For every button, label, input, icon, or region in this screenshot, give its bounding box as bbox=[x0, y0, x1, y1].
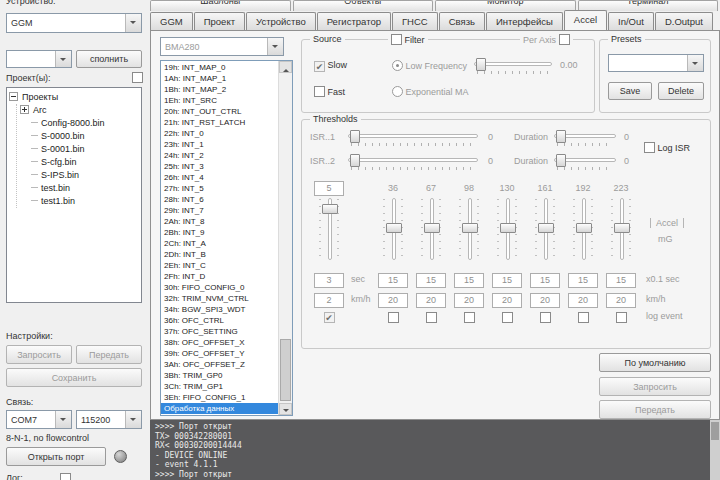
low-frequency-radio[interactable] bbox=[392, 60, 403, 71]
fast-checkbox[interactable] bbox=[314, 86, 325, 97]
chevron-down-icon[interactable] bbox=[125, 411, 141, 428]
duration1-slider[interactable] bbox=[554, 129, 616, 147]
tree-item[interactable]: S-cfg.bin bbox=[17, 156, 139, 169]
chevron-down-icon[interactable] bbox=[125, 14, 141, 32]
log-event-checkbox[interactable] bbox=[616, 312, 627, 323]
slider-thumb[interactable] bbox=[614, 223, 630, 233]
register-item[interactable]: 36h: OFC_CTRL bbox=[161, 315, 279, 326]
time-value-box[interactable]: 15 bbox=[606, 273, 636, 288]
tab-link[interactable]: Связь bbox=[439, 12, 485, 30]
per-axis-row[interactable]: Per Axis bbox=[520, 34, 573, 45]
chevron-down-icon[interactable] bbox=[267, 38, 283, 55]
tab-templates[interactable]: Шаблоны bbox=[150, 0, 291, 11]
speed-value-box[interactable]: 20 bbox=[454, 293, 484, 308]
time-value-box[interactable]: 15 bbox=[530, 273, 560, 288]
scrollbar-thumb[interactable] bbox=[711, 422, 719, 440]
tree-item[interactable]: test1.bin bbox=[17, 195, 139, 208]
register-item[interactable]: 25h: INT_3 bbox=[161, 161, 279, 172]
tab-inout[interactable]: In/Out bbox=[608, 12, 654, 30]
tree-item[interactable]: test.bin bbox=[17, 182, 139, 195]
chevron-down-icon[interactable] bbox=[55, 51, 71, 67]
register-item[interactable]: 32h: TRIM_NVM_CTRL bbox=[161, 293, 279, 304]
preset-save-button[interactable]: Save bbox=[608, 82, 652, 100]
register-item[interactable]: 1Ah: INT_MAP_1 bbox=[161, 73, 279, 84]
register-item[interactable]: 29h: INT_7 bbox=[161, 205, 279, 216]
log-event-checkbox[interactable] bbox=[578, 312, 589, 323]
slider-thumb[interactable] bbox=[538, 223, 554, 233]
isr2-slider[interactable] bbox=[348, 153, 478, 171]
tree-item[interactable]: S-IPS.bin bbox=[17, 169, 139, 182]
device-select[interactable]: GGM bbox=[6, 13, 142, 33]
register-item[interactable]: 2Dh: INT_B bbox=[161, 249, 279, 260]
threshold-vslider[interactable] bbox=[319, 196, 339, 262]
scale-value-box[interactable]: 5 bbox=[314, 181, 344, 196]
log-event-checkbox[interactable] bbox=[540, 312, 551, 323]
register-item[interactable]: 38h: OFC_OFFSET_X bbox=[161, 337, 279, 348]
tab-project[interactable]: Проект bbox=[194, 12, 245, 30]
tab-ggm[interactable]: GGM bbox=[150, 12, 193, 30]
tree-branch-arc[interactable]: Arc bbox=[17, 104, 139, 117]
log-event-checkbox[interactable] bbox=[464, 312, 475, 323]
slider-thumb[interactable] bbox=[556, 130, 566, 143]
list-scrollbar[interactable] bbox=[278, 61, 292, 415]
speed-value-box[interactable]: 20 bbox=[568, 293, 598, 308]
chip-select[interactable]: BMA280 bbox=[160, 37, 284, 56]
terminal-scrollbar[interactable] bbox=[710, 420, 720, 480]
time-value-box[interactable]: 15 bbox=[492, 273, 522, 288]
isr1-slider[interactable] bbox=[348, 129, 478, 147]
register-item[interactable]: 24h: INT_2 bbox=[161, 150, 279, 161]
speed-value-box[interactable]: 20 bbox=[378, 293, 408, 308]
threshold-vslider[interactable] bbox=[497, 196, 517, 262]
tab-gnss[interactable]: ГНСС bbox=[392, 12, 438, 30]
register-item[interactable]: 2Eh: INT_C bbox=[161, 260, 279, 271]
speed-value-box[interactable]: 20 bbox=[606, 293, 636, 308]
log-isr-checkbox[interactable] bbox=[644, 142, 655, 153]
tree-item[interactable]: Config-8000.bin bbox=[17, 117, 139, 130]
register-item[interactable]: 2Ch: INT_A bbox=[161, 238, 279, 249]
register-item[interactable]: 20h: INT_OUT_CTRL bbox=[161, 106, 279, 117]
scroll-down-icon[interactable] bbox=[279, 403, 292, 415]
terminal-log[interactable]: >>>> Порт открытTX> 000342280001RX< 0003… bbox=[150, 420, 720, 480]
filter-slider[interactable] bbox=[474, 57, 552, 75]
filter-checkbox[interactable] bbox=[391, 34, 402, 45]
request-button[interactable]: Запросить bbox=[599, 377, 711, 396]
tree-root[interactable]: Проекты bbox=[9, 91, 139, 104]
register-item[interactable]: 37h: OFC_SETTING bbox=[161, 326, 279, 337]
slow-checkbox-row[interactable]: Slow bbox=[314, 60, 347, 72]
time-value-box[interactable]: 3 bbox=[314, 273, 344, 288]
send-settings-button[interactable]: Передать bbox=[76, 345, 142, 364]
tab-accel[interactable]: Accel bbox=[564, 10, 607, 30]
scrollbar-thumb[interactable] bbox=[280, 339, 291, 401]
register-item[interactable]: 3Bh: TRIM_GP0 bbox=[161, 370, 279, 381]
slider-thumb[interactable] bbox=[476, 58, 486, 71]
register-item[interactable]: 34h: BGW_SPI3_WDT bbox=[161, 304, 279, 315]
script-select[interactable] bbox=[6, 50, 72, 68]
register-item[interactable]: 3Ah: OFC_OFFSET_Z bbox=[161, 359, 279, 370]
projects-checkbox[interactable] bbox=[132, 72, 143, 83]
log-event-checkbox[interactable] bbox=[502, 312, 513, 323]
filter-checkbox-row[interactable]: Filter bbox=[388, 34, 428, 45]
threshold-vslider[interactable] bbox=[459, 196, 479, 262]
register-item[interactable]: 2Ah: INT_8 bbox=[161, 216, 279, 227]
register-item[interactable]: 26h: INT_4 bbox=[161, 172, 279, 183]
threshold-vslider[interactable] bbox=[535, 196, 555, 262]
register-item[interactable]: 23h: INT_1 bbox=[161, 139, 279, 150]
slider-thumb[interactable] bbox=[576, 223, 592, 233]
tree-item[interactable]: S-0001.bin bbox=[17, 143, 139, 156]
request-settings-button[interactable]: Запросить bbox=[6, 345, 72, 364]
log-event-checkbox[interactable] bbox=[324, 312, 335, 323]
tab-doutput[interactable]: D.Output bbox=[655, 12, 713, 30]
register-item[interactable]: 3Eh: FIFO_CONFIG_1 bbox=[161, 392, 279, 403]
speed-value-box[interactable]: 20 bbox=[416, 293, 446, 308]
slider-thumb[interactable] bbox=[462, 223, 478, 233]
time-value-box[interactable]: 15 bbox=[416, 273, 446, 288]
tree-item[interactable]: S-0000.bin bbox=[17, 130, 139, 143]
slider-thumb[interactable] bbox=[424, 223, 440, 233]
execute-button[interactable]: сполнить bbox=[76, 50, 142, 68]
tree-collapse-icon[interactable] bbox=[9, 92, 18, 101]
tab-monitor[interactable]: Монитор bbox=[435, 0, 576, 11]
scroll-up-icon[interactable] bbox=[279, 61, 292, 73]
log-event-checkbox[interactable] bbox=[388, 312, 399, 323]
slider-thumb[interactable] bbox=[350, 154, 360, 167]
tab-interfaces[interactable]: Интерфейсы bbox=[486, 12, 563, 30]
